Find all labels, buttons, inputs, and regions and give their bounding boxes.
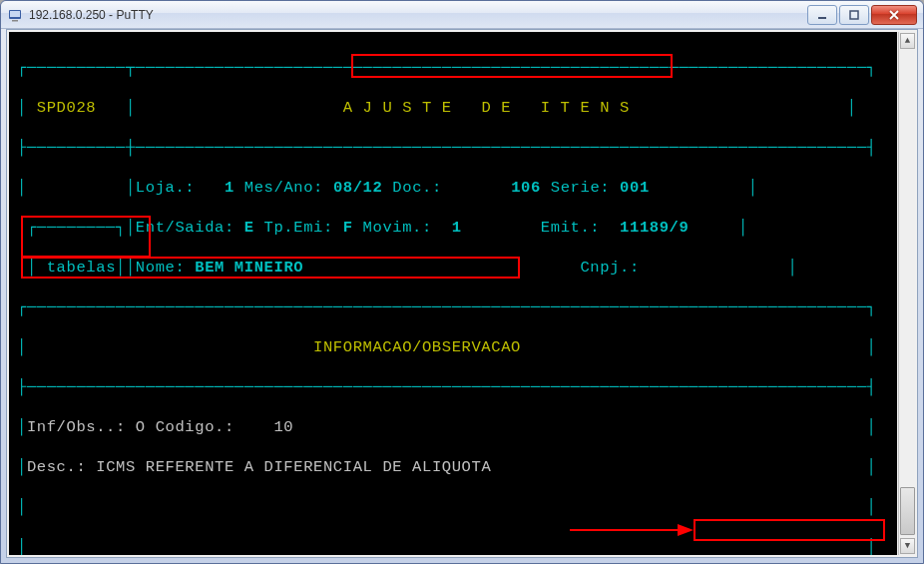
scroll-down-button[interactable]: ▼ (900, 538, 915, 554)
svg-rect-4 (850, 11, 858, 19)
svg-rect-3 (818, 17, 826, 19)
doc-label: Doc.: (392, 179, 442, 197)
desc-label: Desc.: (27, 458, 86, 476)
tpemi-label: Tp.Emi: (264, 219, 333, 237)
infobs-label: Inf/Obs..: (27, 418, 126, 436)
screen-title: A J U S T E D E I T E N S (343, 99, 630, 117)
scrollbar[interactable]: ▲ ▼ (898, 32, 915, 555)
movim-label: Movim.: (363, 219, 432, 237)
mesano-value: 08/12 (333, 179, 383, 197)
movim-value: 1 (452, 219, 462, 237)
serie-label: Serie: (551, 179, 610, 197)
putty-icon (7, 7, 23, 23)
cnpj-label: Cnpj.: (580, 259, 639, 277)
close-button[interactable] (871, 5, 917, 25)
loja-label: Loja.: (136, 179, 195, 197)
terminal[interactable]: ┌──────────┬────────────────────────────… (9, 32, 897, 555)
nome-label: Nome: (136, 259, 186, 277)
terminal-frame: ┌──────────┬────────────────────────────… (6, 29, 918, 558)
loja-value: 1 (225, 179, 234, 197)
entsaida-value: E (244, 219, 254, 237)
svg-rect-1 (10, 11, 20, 17)
desc-value: ICMS REFERENTE A DIFERENCIAL DE ALIQUOTA (96, 458, 491, 476)
tpemi-value: F (343, 219, 353, 237)
maximize-button[interactable] (839, 5, 869, 25)
emit-label: Emit.: (541, 219, 600, 237)
screen-code: SPD028 (37, 99, 96, 117)
serie-value: 001 (620, 179, 650, 197)
putty-window: 192.168.0.250 - PuTTY ┌──────────┬──────… (0, 0, 924, 564)
scroll-thumb[interactable] (900, 487, 915, 535)
minimize-button[interactable] (807, 5, 837, 25)
titlebar[interactable]: 192.168.0.250 - PuTTY (1, 1, 923, 29)
entsaida-label: Ent/Saida: (136, 219, 234, 237)
infobs-value[interactable]: O (136, 418, 146, 436)
svg-rect-2 (12, 20, 18, 22)
section-title: INFORMACAO/OBSERVACAO (313, 338, 521, 356)
codigo-value[interactable]: 10 (273, 418, 293, 436)
emit-value: 11189/9 (620, 219, 689, 237)
mesano-label: Mes/Ano: (244, 179, 323, 197)
codigo-label: Codigo.: (156, 418, 234, 436)
scroll-up-button[interactable]: ▲ (900, 33, 915, 49)
doc-value: 106 (511, 179, 541, 197)
nome-value: BEM MINEIRO (195, 259, 303, 277)
window-title: 192.168.0.250 - PuTTY (29, 8, 805, 22)
tab-tabelas[interactable]: tabelas (47, 259, 116, 277)
